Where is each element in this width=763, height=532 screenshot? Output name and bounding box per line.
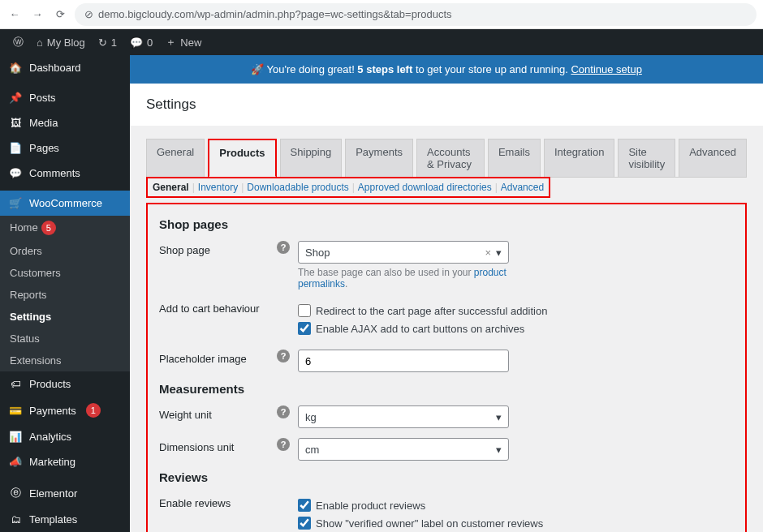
refresh-icon: ↻ xyxy=(98,36,107,49)
browser-toolbar: ← → ⟳ ⊘ demo.bigcloudy.com/wp-admin/admi… xyxy=(0,0,763,29)
tab-integration[interactable]: Integration xyxy=(544,139,614,177)
checkbox-ajax-cart[interactable] xyxy=(298,322,311,335)
payments-badge: 1 xyxy=(86,403,101,418)
page-title: Settings xyxy=(130,84,763,126)
chevron-down-icon: ▾ xyxy=(496,444,502,456)
elementor-icon: ⓔ xyxy=(8,486,23,500)
settings-form: Shop pages Shop page ? Shop ×▾ The base … xyxy=(146,203,747,532)
media-icon: 🖼 xyxy=(8,117,23,129)
wordpress-icon: ⓦ xyxy=(13,35,24,49)
label-weight-unit: Weight unit xyxy=(159,405,277,421)
sidebar-item-media[interactable]: 🖼Media xyxy=(0,110,130,135)
main-content: 🚀 You're doing great! 5 steps left to ge… xyxy=(130,55,763,532)
sidebar-item-payments[interactable]: 💳Payments1 xyxy=(0,397,130,424)
back-button[interactable]: ← xyxy=(6,6,23,23)
sidebar-item-posts[interactable]: 📌Posts xyxy=(0,85,130,110)
wp-logo[interactable]: ⓦ xyxy=(6,29,30,55)
sidebar-item-elementor[interactable]: ⓔElementor xyxy=(0,479,130,507)
site-link[interactable]: ⌂My Blog xyxy=(30,29,92,55)
home-badge: 5 xyxy=(41,221,56,235)
sidebar-item-marketing[interactable]: 📣Marketing xyxy=(0,449,130,474)
sidebar-item-pages[interactable]: 📄Pages xyxy=(0,135,130,161)
help-icon[interactable]: ? xyxy=(277,241,290,254)
sidebar-item-woo-home[interactable]: Home5 xyxy=(0,216,130,240)
url-text: demo.bigcloudy.com/wp-admin/admin.php?pa… xyxy=(98,8,452,20)
checkbox-verified-label[interactable] xyxy=(298,517,311,530)
new-link[interactable]: ＋New xyxy=(159,29,208,55)
url-bar[interactable]: ⊘ demo.bigcloudy.com/wp-admin/admin.php?… xyxy=(75,3,757,26)
sidebar-item-extensions[interactable]: Extensions xyxy=(0,350,130,371)
tab-site-visibility[interactable]: Site visibility xyxy=(618,139,675,177)
sidebar-item-reports[interactable]: Reports xyxy=(0,284,130,306)
page-icon: 📄 xyxy=(8,142,23,154)
tab-emails[interactable]: Emails xyxy=(488,139,541,177)
reload-button[interactable]: ⟳ xyxy=(52,6,68,23)
marketing-icon: 📣 xyxy=(8,456,23,468)
products-subtabs: General| Inventory| Downloadable product… xyxy=(146,177,550,198)
woo-icon: 🛒 xyxy=(8,197,23,209)
label-shop-page: Shop page xyxy=(159,241,277,256)
shop-page-select[interactable]: Shop ×▾ xyxy=(298,241,509,264)
templates-icon: 🗂 xyxy=(8,513,23,526)
setup-notice: 🚀 You're doing great! 5 steps left to ge… xyxy=(130,55,763,84)
placeholder-image-input[interactable] xyxy=(298,350,509,372)
subtab-downloadable[interactable]: Downloadable products xyxy=(247,182,348,193)
tab-general[interactable]: General xyxy=(146,139,205,177)
continue-setup-link[interactable]: Continue setup xyxy=(571,63,641,75)
sidebar-item-settings[interactable]: Settings xyxy=(0,306,130,328)
comment-icon: 💬 xyxy=(130,36,143,49)
woo-submenu: Home5 Orders Customers Reports Settings … xyxy=(0,216,130,371)
checkbox-redirect-cart[interactable] xyxy=(298,304,311,317)
chevron-down-icon: ▾ xyxy=(496,247,502,259)
sidebar-item-woocommerce[interactable]: 🛒WooCommerce xyxy=(0,191,130,216)
label-add-to-cart: Add to cart behaviour xyxy=(159,299,277,315)
subtab-general[interactable]: General xyxy=(153,182,189,193)
section-reviews: Reviews xyxy=(159,470,734,484)
sidebar-item-templates[interactable]: 🗂Templates xyxy=(0,507,130,532)
shop-page-description: The base page can also be used in your p… xyxy=(298,267,509,290)
site-info-icon: ⊘ xyxy=(84,8,93,20)
label-dimensions-unit: Dimensions unit xyxy=(159,438,277,453)
sidebar-item-analytics[interactable]: 📊Analytics xyxy=(0,424,130,449)
chevron-down-icon: ▾ xyxy=(496,411,502,423)
plus-icon: ＋ xyxy=(166,35,176,49)
home-icon: ⌂ xyxy=(37,36,43,49)
admin-sidebar: 🏠Dashboard 📌Posts 🖼Media 📄Pages 💬Comment… xyxy=(0,55,130,532)
help-icon[interactable]: ? xyxy=(277,350,290,363)
sidebar-item-products[interactable]: 🏷Products xyxy=(0,371,130,397)
tab-advanced[interactable]: Advanced xyxy=(679,139,747,177)
tab-products[interactable]: Products xyxy=(208,139,276,178)
subtab-advanced[interactable]: Advanced xyxy=(501,182,544,193)
checkbox-enable-reviews[interactable] xyxy=(298,499,311,512)
pin-icon: 📌 xyxy=(8,92,23,104)
sidebar-item-orders[interactable]: Orders xyxy=(0,240,130,262)
label-enable-reviews: Enable reviews xyxy=(159,494,277,509)
analytics-icon: 📊 xyxy=(8,431,23,443)
admin-bar: ⓦ ⌂My Blog ↻1 💬0 ＋New xyxy=(0,29,763,55)
dimensions-unit-select[interactable]: cm▾ xyxy=(298,438,509,461)
comments-link[interactable]: 💬0 xyxy=(123,29,159,55)
products-icon: 🏷 xyxy=(8,378,23,390)
tab-shipping[interactable]: Shipping xyxy=(280,139,343,177)
settings-tabs: General Products Shipping Payments Accou… xyxy=(146,139,747,178)
help-icon[interactable]: ? xyxy=(277,405,290,418)
sidebar-item-comments[interactable]: 💬Comments xyxy=(0,161,130,186)
payments-icon: 💳 xyxy=(8,405,23,417)
forward-button[interactable]: → xyxy=(29,6,45,23)
sidebar-item-status[interactable]: Status xyxy=(0,328,130,350)
subtab-approved-dirs[interactable]: Approved download directories xyxy=(358,182,492,193)
tab-accounts-privacy[interactable]: Accounts & Privacy xyxy=(416,139,485,177)
label-placeholder-image: Placeholder image xyxy=(159,350,277,365)
section-shop-pages: Shop pages xyxy=(159,217,734,231)
sidebar-item-customers[interactable]: Customers xyxy=(0,262,130,284)
section-measurements: Measurements xyxy=(159,382,734,396)
updates-link[interactable]: ↻1 xyxy=(92,29,123,55)
dashboard-icon: 🏠 xyxy=(8,62,23,74)
weight-unit-select[interactable]: kg▾ xyxy=(298,405,509,428)
subtab-inventory[interactable]: Inventory xyxy=(198,182,238,193)
clear-icon[interactable]: × xyxy=(485,247,491,259)
sidebar-item-dashboard[interactable]: 🏠Dashboard xyxy=(0,55,130,80)
help-icon[interactable]: ? xyxy=(277,438,290,451)
comment-icon: 💬 xyxy=(8,167,23,179)
tab-payments[interactable]: Payments xyxy=(345,139,413,177)
